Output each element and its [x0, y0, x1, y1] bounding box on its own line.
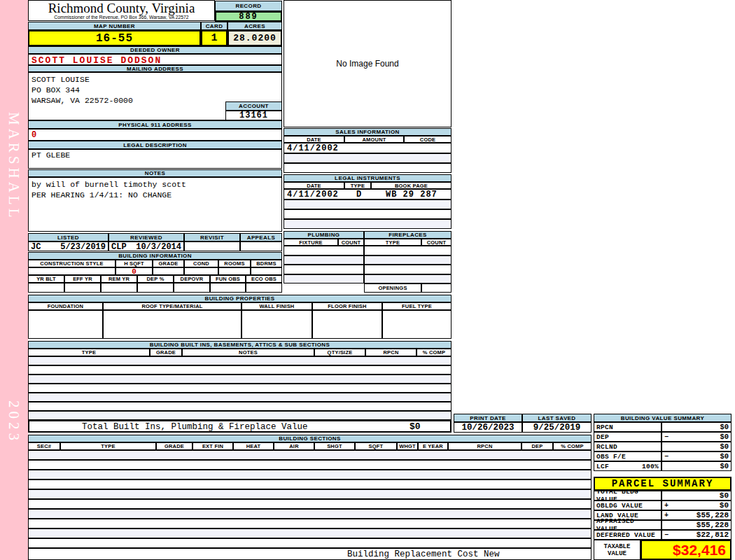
empty-row: [28, 374, 451, 384]
col-sec-comp: % COMP: [553, 442, 592, 450]
col-bi-comp: % COMP: [416, 349, 451, 356]
li-type-value: D: [356, 190, 361, 200]
empty-row: [28, 450, 592, 460]
col-sec-dep: DEP: [522, 442, 553, 450]
li-bookpage-value: WB 29 287: [386, 190, 438, 200]
empty-row: [28, 384, 451, 393]
empty-row: [284, 200, 451, 209]
empty-row: [28, 479, 592, 489]
empty-cell: [364, 246, 451, 255]
col-h-sqft: H SQFT: [115, 260, 153, 267]
empty-row: [28, 528, 592, 538]
plumbing-title: PLUMBING: [284, 231, 364, 239]
depovr-value: [174, 283, 210, 293]
bvs-value-row: − $0: [662, 432, 732, 442]
openings-label: OPENINGS: [364, 284, 421, 293]
col-roof-type: ROOF TYPE/MATERIAL: [103, 302, 241, 310]
building-properties-title: BUILDING PROPERTIES: [28, 295, 451, 302]
floor-finish-value: [312, 310, 382, 339]
acres-label: ACRES: [227, 22, 282, 30]
empty-cell: [364, 274, 451, 284]
ps-label: DEFERRED VALUE: [594, 530, 662, 540]
reviewed-value: CLP 10/3/2014: [108, 241, 184, 251]
watermark-name: MARSHALL: [5, 112, 22, 231]
empty-row: [284, 219, 451, 229]
empty-row: [28, 365, 451, 374]
empty-row: [284, 209, 451, 219]
col-ext-fin: EXT FIN: [192, 442, 233, 450]
taxable-value-label: TAXABLE VALUE: [594, 540, 640, 560]
col-eco-obs: ECO OBS: [246, 275, 282, 283]
empty-cell: [364, 255, 451, 265]
empty-row: [284, 153, 451, 163]
bvs-value-row: $0: [662, 422, 732, 432]
physical-911-label: PHYSICAL 911 ADDRESS: [28, 120, 282, 129]
print-date-value: 10/26/2023: [454, 422, 522, 433]
acres-value: 28.0200: [227, 30, 282, 46]
empty-row: [28, 411, 451, 420]
col-bi-rpcn: RPCN: [365, 349, 416, 356]
listed-date: 5/23/2019: [60, 242, 106, 251]
built-ins-total-value: $0: [410, 421, 421, 432]
building-value-summary-title: BUILDING VALUE SUMMARY: [594, 414, 732, 422]
empty-row: [28, 356, 451, 365]
last-saved-label: LAST SAVED: [522, 414, 592, 422]
col-dep-pct: DEP %: [137, 275, 174, 283]
appeals-value: [240, 241, 282, 251]
col-fuel-type: FUEL TYPE: [382, 302, 451, 310]
col-whgt: WHGT: [397, 442, 418, 450]
building-information-title: BUILDING INFORMATION: [28, 252, 282, 260]
card-label: CARD: [201, 22, 227, 30]
notes-line: PER HEARING 1/4/11: NO CHANGE: [31, 190, 279, 200]
empty-row: [28, 393, 451, 402]
revisit-value: [184, 241, 240, 251]
sales-information-title: SALES INFORMATION: [284, 128, 451, 136]
bdrms-value: [251, 267, 282, 275]
col-depovr: DEPOVR: [174, 275, 210, 283]
ps-label: TOTAL BLDG VALUE: [594, 491, 662, 500]
bvs-label: RPCN: [594, 422, 662, 432]
reviewed-date: 10/3/2014: [136, 242, 181, 251]
bvs-op: −: [664, 433, 668, 441]
col-e-year: E YEAR: [418, 442, 448, 450]
bvs-amount: $0: [720, 433, 729, 441]
account-value: 13161: [225, 111, 282, 120]
h-sqft-value: 0: [115, 267, 153, 275]
col-sec: SEC#: [28, 442, 60, 450]
roof-type-value: [103, 310, 241, 339]
yr-blt-value: [28, 283, 64, 293]
bvs-amount: $0: [720, 423, 729, 431]
rem-yr-value: [101, 283, 137, 293]
bvs-lcf-pct: 100%: [642, 463, 659, 470]
deeded-owner-label: DEEDED OWNER: [28, 46, 282, 54]
reviewed-by: CLP: [111, 242, 127, 251]
ps-value-row: + $55,228: [662, 510, 732, 520]
col-bi-grade: GRADE: [150, 349, 182, 356]
empty-cell: [284, 246, 364, 255]
bvs-value-row: $0: [662, 442, 732, 451]
col-fireplace-type: TYPE: [364, 239, 421, 246]
ps-amount: $0: [720, 491, 729, 500]
col-wall-finish: WALL FINISH: [241, 302, 312, 310]
map-number-value: 16-55: [28, 30, 201, 46]
ps-label: OBLDG VALUE: [594, 500, 662, 510]
col-sec-rpcn: RPCN: [448, 442, 522, 450]
legal-description-label: LEGAL DESCRIPTION: [28, 141, 282, 149]
empty-cell: [284, 255, 364, 265]
col-li-date: DATE: [284, 182, 344, 189]
sale-date-value: 4/11/2002: [287, 144, 339, 153]
no-image-text: No Image Found: [336, 59, 398, 69]
bvs-value-row: − $0: [662, 451, 732, 461]
col-yr-blt: YR BLT: [28, 275, 64, 283]
mailing-line: PO BOX 344: [31, 85, 279, 95]
col-air: AIR: [274, 442, 314, 450]
col-bi-notes: NOTES: [182, 349, 314, 356]
ps-amount: $22,812: [696, 531, 729, 539]
legal-description-value: PT GLEBE: [28, 149, 282, 169]
listed-label: LISTED: [28, 233, 108, 241]
bvs-amount: $0: [720, 442, 729, 451]
col-grade: GRADE: [153, 260, 184, 267]
photo-panel: No Image Found: [284, 0, 451, 127]
fireplaces-title: FIREPLACES: [364, 231, 451, 239]
watermark-year: 2023: [5, 400, 22, 456]
